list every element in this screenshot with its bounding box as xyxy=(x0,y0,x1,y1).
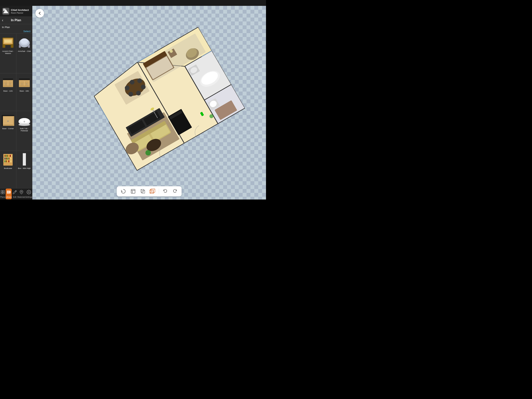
tab-edit-label: Edit xyxy=(13,196,16,198)
svg-point-39 xyxy=(24,121,25,122)
tab-settings[interactable]: Settings xyxy=(25,189,32,199)
svg-point-11 xyxy=(21,38,28,44)
svg-line-128 xyxy=(141,192,142,193)
item-label-armchair-club: Armchair - Club xyxy=(18,50,31,52)
svg-rect-55 xyxy=(7,160,8,162)
items-grid: Accent Chair - Maison Armchair - Club xyxy=(0,34,32,188)
list-item[interactable]: Base - 18in xyxy=(16,73,32,111)
svg-rect-45 xyxy=(9,155,9,157)
settings-icon xyxy=(26,190,31,196)
item-label-bathtub: Bath Tub - Pedestal xyxy=(17,127,32,132)
nav-back-arrow[interactable]: ‹ xyxy=(2,18,3,22)
svg-rect-62 xyxy=(3,190,5,192)
svg-rect-60 xyxy=(23,165,26,166)
svg-rect-50 xyxy=(7,158,8,160)
list-item[interactable]: Base - 12in xyxy=(0,73,16,111)
svg-line-132 xyxy=(150,192,151,193)
rotate-button[interactable] xyxy=(120,188,127,195)
section-label: In Plan xyxy=(0,24,32,29)
item-thumb-bookcase xyxy=(1,152,15,166)
svg-rect-23 xyxy=(19,78,30,80)
undo-button[interactable] xyxy=(162,188,169,195)
tab-bar: Plans Library xyxy=(0,188,32,200)
svg-rect-43 xyxy=(6,155,7,157)
tab-library-label: Library xyxy=(6,196,12,198)
app-header: Chief Architect Room Planner xyxy=(0,6,32,16)
app-title-block: Chief Architect Room Planner xyxy=(11,9,29,14)
canvas-back-button[interactable] xyxy=(35,9,44,18)
svg-rect-51 xyxy=(9,158,10,160)
top-bar xyxy=(0,0,266,6)
item-label-base-12: Base - 12in xyxy=(3,90,13,92)
item-thumb-base-18 xyxy=(17,75,31,89)
tab-plans[interactable]: Plans xyxy=(0,189,5,199)
svg-point-20 xyxy=(10,84,11,84)
svg-point-33 xyxy=(7,121,9,122)
plans-icon xyxy=(0,190,5,196)
tab-materials[interactable]: Materials xyxy=(17,189,25,199)
select-row: Select xyxy=(0,29,32,34)
app-name: Chief Architect xyxy=(11,9,29,12)
svg-line-126 xyxy=(141,189,142,191)
list-item[interactable]: Bookcase xyxy=(0,151,16,188)
svg-point-69 xyxy=(28,192,29,193)
3d-view-button[interactable] xyxy=(139,188,146,195)
library-icon xyxy=(6,190,11,196)
item-thumb-base-corner xyxy=(1,113,15,127)
svg-point-38 xyxy=(19,123,30,126)
svg-rect-5 xyxy=(11,44,13,48)
svg-rect-49 xyxy=(6,158,7,160)
svg-rect-34 xyxy=(3,125,13,125)
item-label-bookcase: Bookcase xyxy=(4,167,12,169)
sidebar: Chief Architect Room Planner ‹ In Plan I… xyxy=(0,6,32,200)
svg-line-127 xyxy=(144,189,145,191)
svg-rect-21 xyxy=(4,86,12,86)
svg-rect-13 xyxy=(28,45,30,48)
svg-rect-121 xyxy=(131,189,135,193)
materials-icon xyxy=(19,190,24,196)
item-thumb-accent-chair xyxy=(1,35,15,49)
svg-rect-2 xyxy=(3,9,6,11)
list-item[interactable]: Bath Tub - Pedestal xyxy=(16,111,32,151)
svg-point-68 xyxy=(21,191,22,192)
svg-rect-54 xyxy=(6,160,7,162)
list-item[interactable]: Accent Chair - Maison xyxy=(0,34,16,73)
list-item[interactable]: Base - Corner xyxy=(0,111,16,151)
svg-rect-63 xyxy=(1,192,3,194)
nav-title: In Plan xyxy=(5,19,27,22)
svg-rect-46 xyxy=(10,155,11,157)
item-label-accent-chair: Accent Chair - Maison xyxy=(1,50,15,55)
svg-rect-56 xyxy=(8,160,9,162)
nav-header: ‹ In Plan xyxy=(0,16,32,24)
list-item[interactable]: Box - 96in High xyxy=(16,151,32,188)
svg-point-28 xyxy=(26,84,27,84)
svg-rect-59 xyxy=(23,153,26,154)
svg-rect-42 xyxy=(5,155,6,157)
svg-point-19 xyxy=(6,84,6,84)
tab-materials-label: Materials xyxy=(17,196,25,198)
svg-rect-61 xyxy=(1,190,3,192)
svg-point-27 xyxy=(22,84,22,84)
canvas-area[interactable] xyxy=(32,6,266,200)
main-area: Chief Architect Room Planner ‹ In Plan I… xyxy=(0,6,266,200)
item-thumb-box-96 xyxy=(17,152,31,166)
item-label-box-96: Box - 96in High xyxy=(18,167,31,169)
svg-rect-15 xyxy=(3,78,13,80)
list-item[interactable]: Armchair - Club xyxy=(16,34,32,73)
tab-settings-label: Settings xyxy=(25,196,32,198)
svg-rect-4 xyxy=(3,44,5,48)
tab-edit[interactable]: Edit xyxy=(12,189,17,199)
svg-rect-64 xyxy=(3,192,5,194)
perspective-button[interactable] xyxy=(149,188,156,195)
item-thumb-armchair-club xyxy=(17,35,31,49)
svg-rect-66 xyxy=(8,191,9,194)
svg-rect-8 xyxy=(5,40,11,42)
item-label-base-18: Base - 18in xyxy=(20,90,29,92)
select-button[interactable]: Select xyxy=(23,30,30,33)
tab-library[interactable]: Library xyxy=(6,189,12,199)
redo-button[interactable] xyxy=(171,188,178,195)
plan-view-button[interactable] xyxy=(130,188,137,195)
floor-plan[interactable] xyxy=(71,17,251,188)
svg-marker-67 xyxy=(9,191,11,194)
svg-rect-29 xyxy=(20,86,29,86)
